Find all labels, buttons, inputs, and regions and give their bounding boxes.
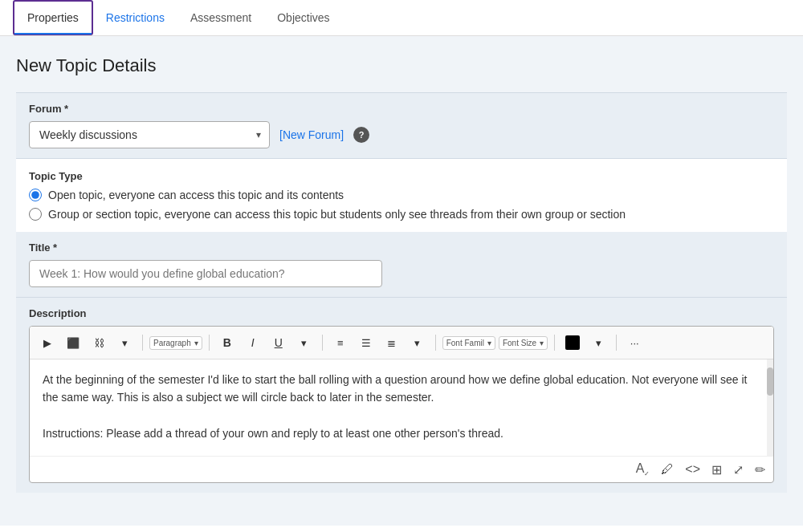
toolbar-italic-button[interactable]: I	[242, 331, 264, 354]
toolbar-font-size-arrow-icon: ▾	[540, 339, 544, 347]
toolbar-media-button[interactable]: ▶	[36, 331, 59, 354]
radio-open-label: Open topic, everyone can access this top…	[48, 189, 344, 201]
radio-group[interactable]	[29, 208, 42, 221]
toolbar-font-size-label: Font Size	[503, 339, 536, 347]
toolbar-insert-dropdown[interactable]: ▾	[113, 331, 136, 354]
new-forum-link[interactable]: [New Forum]	[279, 128, 344, 141]
forum-label: Forum	[29, 103, 774, 115]
toolbar-paragraph-arrow-icon: ▾	[194, 339, 198, 347]
footer-grid-icon[interactable]: ⊞	[711, 462, 722, 477]
toolbar-underline-button[interactable]: U	[267, 331, 290, 354]
tab-bar: Properties Restrictions Assessment Objec…	[0, 0, 803, 36]
toolbar-font-family-label: Font Famil	[446, 339, 484, 347]
editor-paragraph-1: At the beginning of the semester I'd lik…	[43, 371, 757, 407]
description-label: Description	[29, 307, 774, 319]
radio-option-group[interactable]: Group or section topic, everyone can acc…	[29, 208, 774, 221]
description-section: Description ▶ ⬛ ⛓ ▾ Paragraph	[16, 298, 787, 493]
toolbar-sep-6	[616, 335, 617, 351]
toolbar-align-dropdown[interactable]: ▾	[406, 331, 429, 354]
editor-paragraph-2: Instructions: Please add a thread of you…	[43, 424, 757, 442]
editor-toolbar: ▶ ⬛ ⛓ ▾ Paragraph ▾ B I U	[30, 327, 773, 359]
footer-pin-icon[interactable]: 🖊	[661, 462, 674, 477]
toolbar-paragraph-label: Paragraph	[153, 339, 191, 347]
tab-restrictions-label: Restrictions	[106, 11, 165, 24]
main-content: New Topic Details Forum Weekly discussio…	[0, 36, 803, 526]
topic-type-section: Topic Type Open topic, everyone can acce…	[16, 159, 787, 232]
editor-with-scroll: At the beginning of the semester I'd lik…	[30, 359, 773, 456]
toolbar-paragraph-select[interactable]: Paragraph ▾	[149, 336, 202, 350]
tab-properties-label: Properties	[27, 11, 79, 24]
toolbar-link-button[interactable]: ⛓	[88, 331, 110, 354]
title-input[interactable]	[29, 260, 382, 287]
toolbar-camera-button[interactable]: ⬛	[62, 331, 84, 354]
toolbar-sep-5	[554, 335, 555, 351]
toolbar-link-icon: ⛓	[94, 337, 104, 349]
toolbar-format-dropdown[interactable]: ▾	[293, 331, 316, 354]
editor-scrollbar-track[interactable]	[767, 359, 773, 456]
radio-group-label: Group or section topic, everyone can acc…	[48, 208, 626, 221]
toolbar-list-icon: ≣	[387, 337, 396, 349]
page-title: New Topic Details	[16, 55, 787, 76]
toolbar-font-family-arrow-icon: ▾	[487, 339, 491, 347]
toolbar-play-icon: ▶	[43, 337, 51, 349]
forum-section: Forum Weekly discussions General Announc…	[16, 92, 787, 159]
toolbar-font-size-select[interactable]: Font Size ▾	[499, 336, 548, 350]
footer-code-icon[interactable]: <>	[685, 462, 700, 477]
toolbar-sep-1	[142, 335, 143, 351]
toolbar-font-family-select[interactable]: Font Famil ▾	[442, 336, 495, 350]
forum-select-wrapper: Weekly discussions General Announcements…	[29, 121, 270, 148]
toolbar-align-left-button[interactable]: ≡	[329, 331, 352, 354]
toolbar-more-button[interactable]: ···	[623, 331, 646, 354]
title-label: Title	[29, 242, 774, 254]
forum-row: Weekly discussions General Announcements…	[29, 121, 774, 148]
footer-spell-icon[interactable]: A✓	[636, 461, 650, 477]
tab-objectives-label: Objectives	[277, 11, 329, 24]
toolbar-color-swatch	[565, 335, 580, 350]
tab-properties[interactable]: Properties	[13, 0, 93, 35]
editor-body[interactable]: At the beginning of the semester I'd lik…	[30, 359, 773, 456]
forum-select[interactable]: Weekly discussions General Announcements	[30, 122, 269, 148]
tab-assessment-label: Assessment	[190, 11, 251, 24]
title-section: Title	[16, 232, 787, 298]
toolbar-align-list-button[interactable]: ≣	[381, 331, 403, 354]
toolbar-camera-icon: ⬛	[67, 337, 79, 349]
tab-restrictions[interactable]: Restrictions	[93, 2, 177, 34]
toolbar-sep-4	[435, 335, 436, 351]
editor-wrapper: ▶ ⬛ ⛓ ▾ Paragraph ▾ B I U	[29, 326, 774, 483]
toolbar-align-left-icon: ≡	[337, 337, 344, 349]
toolbar-bold-button[interactable]: B	[216, 331, 238, 354]
footer-expand-icon[interactable]: ⤢	[733, 462, 744, 477]
tab-objectives[interactable]: Objectives	[264, 2, 342, 34]
toolbar-color-dropdown[interactable]: ▾	[587, 331, 609, 354]
editor-footer: A✓ 🖊 <> ⊞ ⤢ ✏	[30, 456, 773, 482]
toolbar-sep-2	[209, 335, 210, 351]
tab-assessment[interactable]: Assessment	[177, 2, 264, 34]
help-icon[interactable]: ?	[353, 127, 369, 143]
footer-edit-icon[interactable]: ✏	[755, 462, 765, 477]
radio-option-open[interactable]: Open topic, everyone can access this top…	[29, 189, 774, 201]
radio-open[interactable]	[29, 189, 42, 201]
editor-scrollbar-thumb[interactable]	[767, 368, 773, 396]
toolbar-sep-3	[322, 335, 323, 351]
toolbar-color-button[interactable]	[561, 331, 584, 354]
toolbar-align-center-icon: ☰	[361, 337, 371, 349]
toolbar-align-center-button[interactable]: ☰	[355, 331, 377, 354]
topic-type-label: Topic Type	[29, 170, 774, 182]
